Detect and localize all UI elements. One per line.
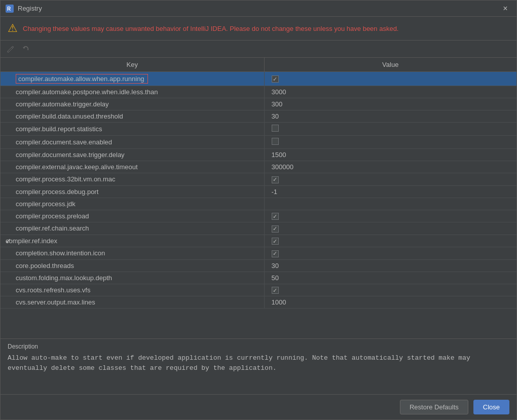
app-icon: R (6, 5, 14, 13)
value-cell[interactable] (264, 247, 516, 260)
registry-table: Key Value compiler.automake.allow.when.a… (1, 58, 516, 309)
key-cell: compiler.document.save.trigger.delay (1, 149, 264, 161)
key-cell: compiler.build.report.statistics (1, 123, 264, 136)
value-cell[interactable] (264, 72, 516, 86)
table-row[interactable]: cvs.server.output.max.lines1000 (1, 296, 516, 309)
table-row[interactable]: core.pooled.threads30 (1, 259, 516, 272)
table-row[interactable]: custom.folding.max.lookup.depth50 (1, 272, 516, 284)
warning-text: Changing these values may cause unwanted… (23, 25, 398, 32)
edit-button[interactable] (5, 43, 17, 55)
key-cell: compiler.automake.allow.when.app.running (1, 72, 264, 86)
table-header-row: Key Value (1, 58, 516, 72)
table-row[interactable]: compiler.build.report.statistics (1, 123, 516, 136)
table-row[interactable]: compiler.process.jdk (1, 198, 516, 210)
key-cell: completion.show.intention.icon (1, 247, 264, 260)
undo-button[interactable] (20, 43, 32, 55)
toolbar (1, 41, 516, 58)
value-column-header: Value (264, 58, 516, 72)
value-cell (264, 198, 516, 210)
table-row[interactable]: compiler.document.save.enabled (1, 136, 516, 149)
close-title-button[interactable]: × (499, 3, 511, 15)
value-cell[interactable] (264, 173, 516, 186)
table-row[interactable]: completion.show.intention.icon (1, 247, 516, 260)
checkbox-unchecked[interactable] (272, 125, 279, 132)
checkbox-checked[interactable] (272, 238, 279, 245)
key-cell: compiler.document.save.enabled (1, 136, 264, 149)
key-cell: compiler.automake.trigger.delay (1, 98, 264, 110)
value-cell: 300000 (264, 161, 516, 173)
value-cell: -1 (264, 185, 516, 198)
value-cell[interactable] (264, 222, 516, 235)
description-label: Description (8, 343, 509, 350)
table-row[interactable]: compiler.process.debug.port-1 (1, 185, 516, 198)
value-cell: 30 (264, 110, 516, 123)
checkbox-checked[interactable] (272, 75, 279, 83)
warning-bar: ⚠ Changing these values may cause unwant… (1, 17, 516, 41)
table-row[interactable]: cvs.roots.refresh.uses.vfs (1, 284, 516, 296)
table-row[interactable]: compiler.document.save.trigger.delay1500 (1, 149, 516, 161)
table-row[interactable]: compiler.process.32bit.vm.on.mac (1, 173, 516, 186)
key-cell: custom.folding.max.lookup.depth (1, 272, 264, 284)
edit-icon (7, 45, 15, 53)
table-row[interactable]: ✓compiler.ref.index (1, 235, 516, 247)
key-cell: compiler.process.jdk (1, 198, 264, 210)
value-cell: 3000 (264, 86, 516, 98)
key-cell: compiler.process.32bit.vm.on.mac (1, 173, 264, 186)
value-cell: 50 (264, 272, 516, 284)
value-cell[interactable] (264, 235, 516, 247)
description-text: Allow auto-make to start even if develop… (8, 353, 509, 373)
restore-defaults-button[interactable]: Restore Defaults (400, 400, 468, 414)
key-cell: compiler.process.debug.port (1, 185, 264, 198)
table-row[interactable]: compiler.ref.chain.search (1, 222, 516, 235)
value-cell[interactable] (264, 136, 516, 149)
value-cell: 30 (264, 259, 516, 272)
value-cell[interactable] (264, 284, 516, 296)
warning-icon: ⚠ (8, 22, 18, 35)
close-button[interactable]: Close (473, 400, 509, 414)
key-cell: compiler.process.preload (1, 210, 264, 222)
value-cell: 300 (264, 98, 516, 110)
key-column-header: Key (1, 58, 264, 72)
dialog-title: Registry (18, 5, 42, 12)
table-row[interactable]: compiler.build.data.unused.threshold30 (1, 110, 516, 123)
table-row[interactable]: compiler.automake.postpone.when.idle.les… (1, 86, 516, 98)
checkbox-unchecked[interactable] (272, 138, 279, 145)
key-cell: cvs.roots.refresh.uses.vfs (1, 284, 264, 296)
key-cell: ✓compiler.ref.index (1, 235, 264, 247)
key-cell: compiler.build.data.unused.threshold (1, 110, 264, 123)
footer: Restore Defaults Close (1, 394, 516, 419)
registry-table-body: compiler.automake.allow.when.app.running… (1, 72, 516, 309)
registry-table-container[interactable]: Key Value compiler.automake.allow.when.a… (1, 58, 516, 338)
checkbox-checked[interactable] (272, 176, 279, 183)
key-cell: core.pooled.threads (1, 259, 264, 272)
svg-text:R: R (7, 6, 11, 12)
table-row[interactable]: compiler.process.preload (1, 210, 516, 222)
value-cell[interactable] (264, 123, 516, 136)
description-section: Description Allow auto-make to start eve… (1, 338, 516, 394)
value-cell: 1500 (264, 149, 516, 161)
table-row[interactable]: compiler.automake.allow.when.app.running (1, 72, 516, 86)
undo-icon (22, 45, 30, 53)
title-bar-left: R Registry (6, 5, 42, 13)
value-cell: 1000 (264, 296, 516, 309)
checkbox-checked[interactable] (272, 287, 279, 294)
title-bar: R Registry × (1, 1, 516, 17)
checkbox-checked[interactable] (272, 225, 279, 233)
table-row[interactable]: compiler.external.javac.keep.alive.timeo… (1, 161, 516, 173)
key-cell: cvs.server.output.max.lines (1, 296, 264, 309)
registry-dialog: R Registry × ⚠ Changing these values may… (0, 0, 517, 420)
key-cell: compiler.ref.chain.search (1, 222, 264, 235)
table-row[interactable]: compiler.automake.trigger.delay300 (1, 98, 516, 110)
key-cell: compiler.automake.postpone.when.idle.les… (1, 86, 264, 98)
checkbox-checked[interactable] (272, 250, 279, 257)
checkbox-checked[interactable] (272, 213, 279, 220)
value-cell[interactable] (264, 210, 516, 222)
key-cell: compiler.external.javac.keep.alive.timeo… (1, 161, 264, 173)
